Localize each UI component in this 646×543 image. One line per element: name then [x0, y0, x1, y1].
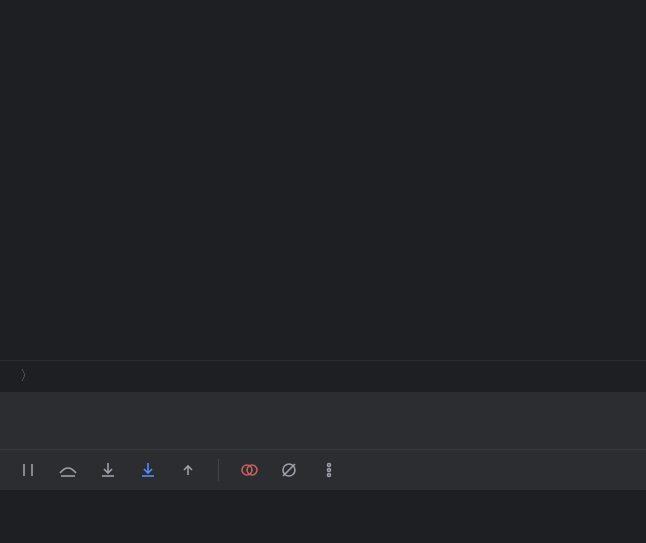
step-out-icon[interactable]: [176, 458, 200, 482]
debug-toolbar: [0, 449, 646, 490]
breadcrumb[interactable]: 〉: [0, 360, 646, 391]
step-into-my-icon[interactable]: [136, 458, 160, 482]
step-over-icon[interactable]: [56, 458, 80, 482]
divider: [218, 459, 219, 481]
evaluate-icon[interactable]: [237, 458, 261, 482]
code-editor[interactable]: [0, 0, 646, 360]
more-icon[interactable]: [317, 458, 341, 482]
pause-icon[interactable]: [16, 458, 40, 482]
step-into-icon[interactable]: [96, 458, 120, 482]
svg-point-4: [328, 469, 331, 472]
debug-panel[interactable]: [0, 391, 646, 449]
svg-point-3: [328, 464, 331, 467]
chevron-right-icon: 〉: [20, 367, 34, 385]
mute-bp-icon[interactable]: [277, 458, 301, 482]
svg-point-5: [328, 474, 331, 477]
